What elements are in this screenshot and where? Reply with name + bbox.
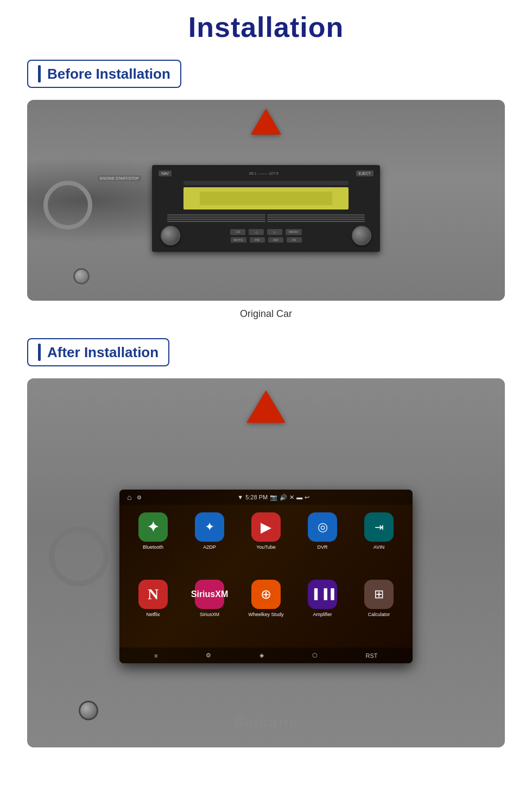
app-item-calculator[interactable]: ⊞ Calculator [354, 580, 404, 640]
control-line-1 [167, 214, 265, 215]
app-item-bluetooth[interactable]: ✦ Bluetooth [128, 512, 178, 573]
before-car-visual: ENGINE START/STOP NAV 88.1 -------- 107.… [27, 100, 505, 301]
camera-icon: 📷 [270, 494, 277, 501]
radio-unit: NAV 88.1 -------- 107.9 EJECT [152, 165, 380, 252]
back-icon: ↩ [305, 494, 309, 501]
a2dp-app-label: A2DP [203, 544, 216, 550]
status-time: 5:28 PM [245, 494, 268, 500]
app-item-youtube[interactable]: ▶ YouTube [241, 512, 291, 573]
radio-display-screen [183, 187, 349, 210]
android-head-unit: ⌂ ⚙ ▼ 5:28 PM 📷 🔊 ✕ ▬ ↩ [119, 490, 413, 663]
home-icon[interactable]: ⌂ [127, 493, 131, 502]
dock-icon-4[interactable]: ⬡ [312, 652, 318, 659]
page-title: Installation [27, 11, 505, 43]
dock-icon-5[interactable]: RST [366, 652, 378, 659]
radio-right-knob[interactable] [352, 226, 371, 245]
dvr-app-label: DVR [317, 544, 327, 550]
app-grid: ✦ Bluetooth ✦ A2DP [119, 505, 413, 648]
netflix-app-label: Netflix [146, 612, 160, 617]
after-installation-badge: After Installation [27, 338, 169, 366]
close-icon: ✕ [289, 494, 294, 501]
youtube-app-icon: ▶ [251, 512, 281, 542]
radio-cd-btn[interactable]: CD [230, 229, 245, 235]
app-item-a2dp[interactable]: ✦ A2DP [185, 512, 235, 573]
app-item-siriusxm[interactable]: SiriusXM SiriusXM [185, 580, 235, 640]
seicane-brand: Seicane [233, 714, 299, 731]
engine-badge: ENGINE START/STOP [98, 175, 141, 181]
after-ignition [79, 701, 98, 720]
radio-am-btn[interactable]: AM [268, 237, 283, 243]
control-line-6 [267, 217, 365, 218]
avin-app-icon: ⇥ [364, 512, 394, 542]
control-line-2 [167, 217, 265, 218]
radio-nav-btn: NAV [159, 170, 172, 176]
wheelkey-app-icon: ⊕ [251, 580, 281, 609]
radio-buttons-grid: CD ◁ ▷ MENU MUTE FM AM AS [186, 229, 346, 243]
siriusxm-app-label: SiriusXM [200, 612, 219, 617]
app-item-avin[interactable]: ⇥ AVIN [354, 512, 404, 573]
app-item-netflix[interactable]: N Netflix [128, 580, 178, 640]
a2dp-app-icon: ✦ [195, 512, 224, 542]
control-line-5 [267, 214, 365, 215]
calculator-app-icon: ⊞ [364, 580, 394, 609]
radio-freq-display: 88.1 -------- 107.9 [172, 172, 356, 175]
radio-bottom-section: CD ◁ ▷ MENU MUTE FM AM AS [156, 224, 376, 248]
radio-mute-btn[interactable]: MUTE [231, 237, 246, 243]
radio-controls-row [167, 214, 365, 222]
radio-next-btn[interactable]: ▷ [267, 229, 282, 235]
ignition-area [73, 268, 90, 284]
volume-icon: 🔊 [280, 494, 287, 501]
after-car-image: ⌂ ⚙ ▼ 5:28 PM 📷 🔊 ✕ ▬ ↩ [27, 378, 505, 747]
radio-prev-btn[interactable]: ◁ [249, 229, 264, 235]
radio-btn-row-2: MUTE FM AM AS [186, 237, 346, 243]
before-installation-label: Before Installation [47, 66, 170, 83]
dock-icon-3[interactable]: ◈ [259, 652, 264, 659]
radio-left-knob[interactable] [161, 226, 180, 245]
dvr-app-icon: ◎ [308, 512, 337, 542]
avin-app-label: AVIN [373, 544, 384, 550]
radio-eject-btn: EJECT [356, 170, 373, 176]
control-line-4 [167, 221, 265, 222]
before-installation-badge: Before Installation [27, 60, 181, 88]
amplifier-app-label: Amplifier [313, 612, 332, 617]
after-steering-wheel [49, 526, 109, 586]
display-screen-inner [200, 192, 332, 205]
control-line-3 [167, 219, 265, 220]
status-bar: ⌂ ⚙ ▼ 5:28 PM 📷 🔊 ✕ ▬ ↩ [119, 490, 413, 505]
before-car-inner: ENGINE START/STOP NAV 88.1 -------- 107.… [27, 100, 505, 301]
youtube-app-label: YouTube [256, 544, 275, 550]
after-car-visual: ⌂ ⚙ ▼ 5:28 PM 📷 🔊 ✕ ▬ ↩ [27, 378, 505, 747]
after-badge-bar [38, 344, 41, 361]
left-controls [167, 214, 265, 222]
siriusxm-app-icon: SiriusXM [195, 580, 224, 609]
steering-wheel-area: ENGINE START/STOP [43, 181, 109, 246]
control-line-7 [267, 219, 365, 220]
page-container: Installation Before Installation ENGINE … [0, 0, 532, 777]
app-item-dvr[interactable]: ◎ DVR [297, 512, 347, 573]
radio-btn-row-1: CD ◁ ▷ MENU [186, 229, 346, 235]
after-ignition-circle [79, 701, 98, 720]
radio-fm-btn[interactable]: FM [250, 237, 265, 243]
bottom-dock: ≡ ⚙ ◈ ⬡ RST [119, 648, 413, 663]
disc-slot [183, 181, 349, 185]
wheelkey-app-label: Wheelkey Study [248, 612, 283, 617]
wifi-icon: ⚙ [137, 494, 142, 500]
bluetooth-app-label: Bluetooth [143, 544, 163, 550]
netflix-app-icon: N [138, 580, 168, 609]
steering-circle [43, 181, 92, 230]
calculator-app-label: Calculator [368, 612, 390, 617]
app-item-amplifier[interactable]: ▐ ▐▐ Amplifier [297, 580, 347, 640]
control-line-8 [267, 221, 365, 222]
minimize-icon: ▬ [296, 494, 302, 500]
radio-as-btn[interactable]: AS [287, 237, 302, 243]
right-controls [267, 214, 365, 222]
dock-icon-1[interactable]: ≡ [154, 652, 157, 659]
dock-icon-2[interactable]: ⚙ [206, 652, 211, 659]
status-left: ⌂ ⚙ [127, 493, 142, 502]
bluetooth-app-icon: ✦ [138, 512, 168, 542]
radio-menu-btn[interactable]: MENU [286, 229, 302, 235]
badge-bar [38, 65, 41, 83]
after-installation-label: After Installation [47, 344, 159, 361]
android-screen: ⌂ ⚙ ▼ 5:28 PM 📷 🔊 ✕ ▬ ↩ [119, 490, 413, 663]
app-item-wheelkey[interactable]: ⊕ Wheelkey Study [241, 580, 291, 640]
